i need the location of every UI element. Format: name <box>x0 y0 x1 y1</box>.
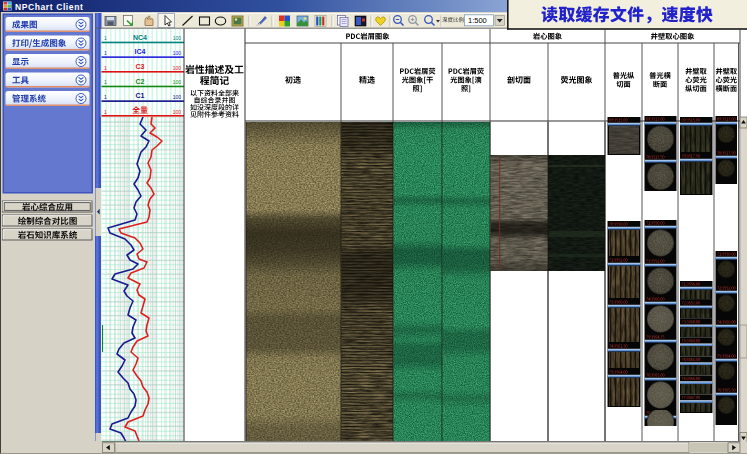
svg-text:1: 1 <box>104 50 107 56</box>
svg-text:C3: C3 <box>136 63 145 70</box>
svg-text:IC4: IC4 <box>135 48 146 55</box>
svg-text:100: 100 <box>173 79 182 85</box>
svg-text:100: 100 <box>173 50 182 56</box>
svg-text:100: 100 <box>173 35 182 41</box>
svg-text:1: 1 <box>104 35 107 41</box>
svg-text:NPChart Client: NPChart Client <box>15 2 83 12</box>
svg-text:C1: C1 <box>136 92 145 99</box>
svg-text:C2: C2 <box>136 78 145 85</box>
svg-text:1: 1 <box>104 65 107 71</box>
svg-text:100: 100 <box>173 65 182 71</box>
svg-text:NC4: NC4 <box>133 34 147 41</box>
svg-text:1: 1 <box>104 109 107 115</box>
svg-text:100: 100 <box>173 94 182 100</box>
svg-text:1: 1 <box>104 94 107 100</box>
svg-text:1: 1 <box>104 79 107 85</box>
svg-text:100: 100 <box>173 109 182 115</box>
svg-text:1:500: 1:500 <box>468 16 487 25</box>
